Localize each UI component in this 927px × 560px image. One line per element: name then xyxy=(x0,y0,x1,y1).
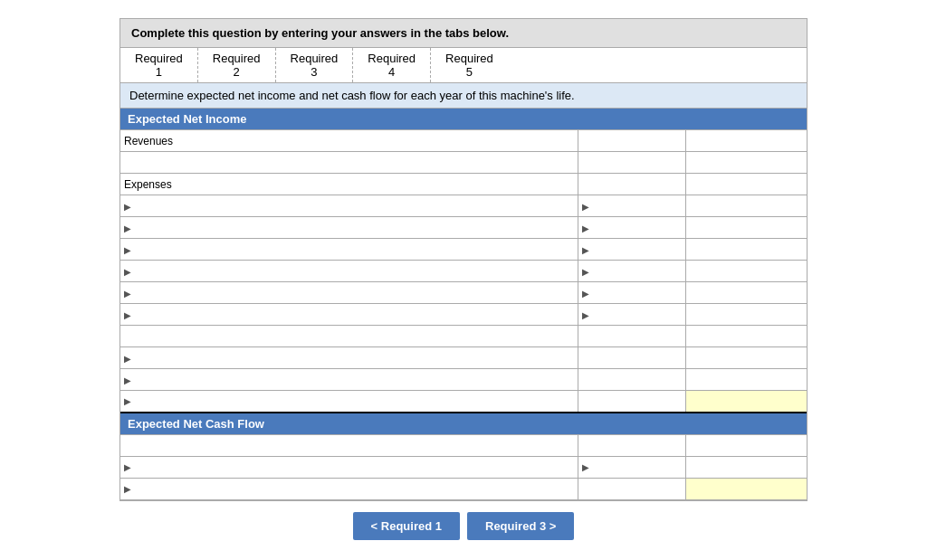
main-container: Complete this question by entering your … xyxy=(119,18,808,551)
net-income-table: Revenues Expenses xyxy=(120,129,807,413)
description-bar: Determine expected net income and net ca… xyxy=(120,83,807,109)
description-text: Determine expected net income and net ca… xyxy=(129,89,575,102)
next-button[interactable]: Required 3 > xyxy=(467,512,574,540)
tab-required-4[interactable]: Required 4 xyxy=(353,48,431,82)
revenues-input-2[interactable] xyxy=(690,135,803,147)
expenses-input-1[interactable] xyxy=(582,178,682,191)
net-cash-flow-value[interactable] xyxy=(690,482,803,495)
empty-row-1 xyxy=(120,152,807,174)
expenses-input-2[interactable] xyxy=(690,178,803,191)
instruction-text: Complete this question by entering your … xyxy=(131,26,509,40)
net-cash-flow-table: ▶ ▶ ▶ xyxy=(120,434,807,500)
revenues-row: Revenues xyxy=(120,130,807,152)
expense-sub-row-2: ▶ ▶ xyxy=(120,217,807,239)
tab-required-5[interactable]: Required 5 xyxy=(431,48,508,82)
total-row-2: ▶ xyxy=(120,369,807,391)
expenses-row: Expenses xyxy=(120,174,807,195)
net-cash-flow-result-cell[interactable] xyxy=(685,478,807,499)
content-area: Determine expected net income and net ca… xyxy=(119,83,808,501)
revenues-label: Revenues xyxy=(120,130,578,152)
expense-sub-row-6: ▶ ▶ xyxy=(120,304,807,326)
net-cash-flow-section-header: Expected Net Cash Flow xyxy=(120,413,807,434)
cash-row-2: ▶ ▶ xyxy=(120,456,807,478)
net-income-value[interactable] xyxy=(690,394,803,407)
expense-sub-row-3: ▶ ▶ xyxy=(120,239,807,261)
tab-required-2[interactable]: Required 2 xyxy=(198,48,276,82)
expense-sub-row-4: ▶ ▶ xyxy=(120,261,807,282)
tab-required-1[interactable]: Required 1 xyxy=(120,48,198,82)
expense-sub-row-5: ▶ ▶ xyxy=(120,282,807,304)
total-row-1: ▶ xyxy=(120,347,807,369)
cash-row-1 xyxy=(120,434,807,456)
separator-row xyxy=(120,326,807,347)
tab-required-3[interactable]: Required 3 xyxy=(276,48,354,82)
revenues-input-1[interactable] xyxy=(582,135,682,147)
revenues-mid-cell[interactable] xyxy=(578,130,685,152)
net-income-result-row: ▶ xyxy=(120,391,807,413)
expense-sub-row-1: ▶ ▶ xyxy=(120,195,807,217)
instruction-bar: Complete this question by entering your … xyxy=(119,18,808,48)
prev-button[interactable]: < Required 1 xyxy=(353,512,460,540)
net-income-section-header: Expected Net Income xyxy=(120,109,807,129)
net-income-result-cell[interactable] xyxy=(685,391,807,413)
tabs-container: Required 1 Required 2 Required 3 Require… xyxy=(119,48,808,83)
expenses-label: Expenses xyxy=(120,174,578,195)
nav-buttons: < Required 1 Required 3 > xyxy=(119,501,808,551)
revenues-value-cell[interactable] xyxy=(685,130,807,152)
net-cash-flow-result-row: ▶ xyxy=(120,478,807,499)
